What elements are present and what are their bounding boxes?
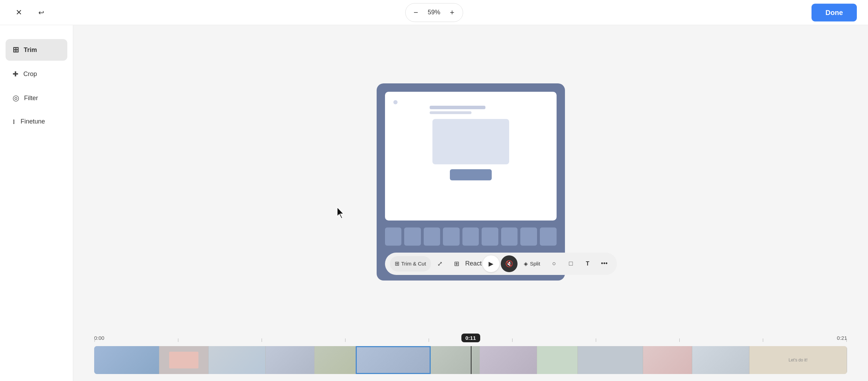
thumb-6 bbox=[482, 227, 498, 246]
playhead-time: 0:11 bbox=[461, 334, 480, 342]
finetune-icon: ⫿ bbox=[13, 118, 16, 125]
track-segment-9 bbox=[537, 346, 578, 374]
mock-dot bbox=[393, 100, 398, 104]
main-content: ⊞ Trim & Cut ⤢ ⊞ React ▶ 🔇 bbox=[73, 25, 868, 381]
trim-cut-label: Trim & Cut bbox=[401, 261, 426, 267]
thumb-9 bbox=[540, 227, 557, 246]
sidebar-item-filter[interactable]: ◎ Filter bbox=[6, 87, 67, 109]
thumb-7 bbox=[501, 227, 518, 246]
sidebar-finetune-label: Finetune bbox=[21, 118, 45, 125]
mock-image bbox=[432, 119, 509, 164]
timeline-track[interactable]: Let's do it! bbox=[94, 346, 847, 374]
trim-cut-button[interactable]: ⊞ Trim & Cut bbox=[390, 256, 431, 271]
sidebar-item-crop[interactable]: ✚ Crop bbox=[6, 64, 67, 84]
timeline-track-wrapper: Let's do it! bbox=[94, 346, 847, 374]
play-button[interactable]: ▶ bbox=[483, 255, 499, 272]
close-icon: ✕ bbox=[16, 8, 22, 17]
split-button[interactable]: ◈ Split bbox=[519, 256, 545, 271]
fullscreen-icon: ⤢ bbox=[437, 260, 443, 268]
sidebar-item-finetune[interactable]: ⫿ Finetune bbox=[6, 112, 67, 132]
track-segment-1 bbox=[94, 346, 159, 374]
mock-line-2 bbox=[430, 111, 471, 114]
more-button[interactable]: ••• bbox=[597, 256, 612, 271]
track-segment-5 bbox=[315, 346, 355, 374]
ruler-end: 0:21 bbox=[837, 335, 847, 341]
thumb-1 bbox=[385, 227, 402, 246]
track-segment-11 bbox=[643, 346, 692, 374]
rect-tool-icon: □ bbox=[569, 260, 573, 267]
ruler-start: 0:00 bbox=[94, 335, 104, 341]
zoom-value: 59% bbox=[424, 9, 445, 16]
rect-tool-button[interactable]: □ bbox=[563, 256, 579, 271]
split-label: Split bbox=[530, 261, 540, 267]
mock-line-1 bbox=[430, 106, 485, 109]
text-tool-icon: T bbox=[586, 261, 589, 267]
done-button[interactable]: Done bbox=[812, 3, 857, 21]
circle-tool-button[interactable]: ○ bbox=[546, 256, 562, 271]
track-segment-2 bbox=[159, 346, 209, 374]
thumb-3 bbox=[424, 227, 440, 246]
video-screen bbox=[385, 92, 557, 221]
mock-header bbox=[430, 106, 525, 114]
undo-icon: ↩ bbox=[38, 8, 44, 17]
sidebar-filter-label: Filter bbox=[24, 95, 38, 102]
mute-button[interactable]: 🔇 bbox=[501, 255, 518, 272]
sidebar-crop-label: Crop bbox=[23, 70, 37, 78]
track-segment-3 bbox=[209, 346, 266, 374]
thumb-2 bbox=[404, 227, 421, 246]
thumb-8 bbox=[520, 227, 537, 246]
top-bar: ✕ ↩ − 59% + Done bbox=[0, 0, 868, 25]
playhead: 0:11 bbox=[461, 334, 480, 342]
video-container: ⊞ Trim & Cut ⤢ ⊞ React ▶ 🔇 bbox=[377, 83, 565, 281]
more-icon: ••• bbox=[601, 260, 607, 267]
video-toolbar: ⊞ Trim & Cut ⤢ ⊞ React ▶ 🔇 bbox=[385, 253, 617, 275]
timeline-ruler: 0:00 0:21 | | | | | | | | | | 0:11 bbox=[94, 331, 847, 344]
close-button[interactable]: ✕ bbox=[11, 5, 27, 20]
top-bar-left: ✕ ↩ bbox=[11, 5, 49, 20]
grid-button[interactable]: ⊞ bbox=[449, 256, 465, 271]
zoom-out-button[interactable]: − bbox=[408, 6, 424, 20]
crop-icon: ✚ bbox=[13, 70, 18, 78]
thumb-4 bbox=[443, 227, 460, 246]
track-segment-6 bbox=[356, 346, 431, 374]
filter-icon: ◎ bbox=[13, 94, 19, 103]
play-icon: ▶ bbox=[489, 260, 493, 268]
mute-icon: 🔇 bbox=[505, 260, 513, 268]
track-segment-13: Let's do it! bbox=[749, 346, 847, 374]
track-segment-8 bbox=[480, 346, 537, 374]
react-button[interactable]: React bbox=[466, 256, 481, 271]
thumb-5 bbox=[462, 227, 479, 246]
mock-button bbox=[450, 169, 492, 180]
video-thumbnail-row bbox=[385, 225, 557, 248]
text-tool-button[interactable]: T bbox=[580, 256, 595, 271]
trim-cut-icon: ⊞ bbox=[395, 260, 399, 267]
sidebar: ⊞ Trim ✚ Crop ◎ Filter ⫿ Finetune bbox=[0, 25, 73, 381]
track-segment-4 bbox=[266, 346, 315, 374]
track-segment-12 bbox=[692, 346, 749, 374]
split-icon: ◈ bbox=[524, 261, 528, 267]
undo-button[interactable]: ↩ bbox=[33, 5, 49, 20]
circle-tool-icon: ○ bbox=[552, 260, 556, 267]
grid-icon: ⊞ bbox=[454, 260, 459, 268]
timeline-area: 0:00 0:21 | | | | | | | | | | 0:11 bbox=[73, 331, 868, 381]
preview-area: ⊞ Trim & Cut ⤢ ⊞ React ▶ 🔇 bbox=[73, 25, 868, 331]
zoom-in-button[interactable]: + bbox=[445, 6, 460, 20]
sidebar-item-trim[interactable]: ⊞ Trim bbox=[6, 39, 67, 61]
react-label: React bbox=[465, 260, 482, 267]
fullscreen-button[interactable]: ⤢ bbox=[432, 256, 448, 271]
track-segment-10 bbox=[578, 346, 643, 374]
track-segment-7 bbox=[431, 346, 480, 374]
trim-icon: ⊞ bbox=[13, 45, 19, 54]
zoom-control: − 59% + bbox=[405, 3, 463, 22]
sidebar-trim-label: Trim bbox=[24, 46, 37, 54]
